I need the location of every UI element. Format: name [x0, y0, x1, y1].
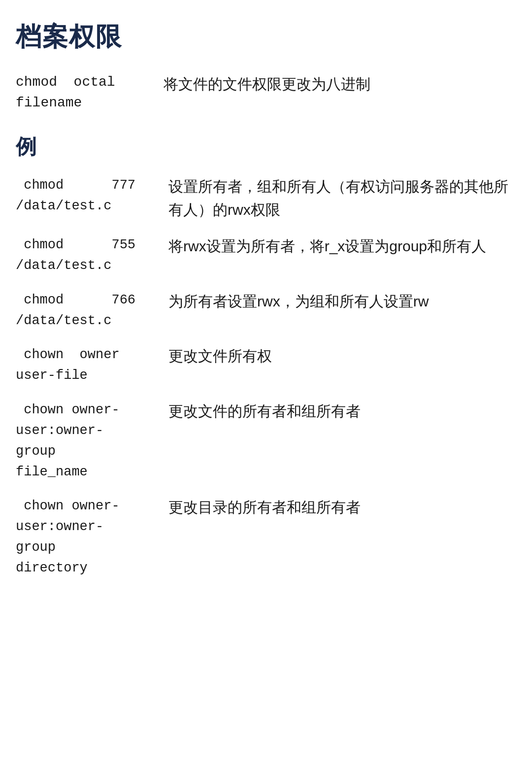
table-row: chmod 766 /data/test.c为所有者设置rwx，为组和所有人设置…	[16, 290, 516, 332]
description-cell: 更改目录的所有者和组所有者	[168, 496, 516, 519]
description-cell: 将rwx设置为所有者，将r_x设置为group和所有人	[168, 235, 516, 258]
description-cell: 更改文件所有权	[168, 345, 516, 368]
description-cell: 为所有者设置rwx，为组和所有人设置rw	[168, 290, 516, 313]
command-cell: chown owner- user:owner- group file_name	[16, 400, 168, 482]
intro-command-text: chmod octal filename	[16, 72, 164, 113]
table-row: chmod 755 /data/test.c将rwx设置为所有者，将r_x设置为…	[16, 235, 516, 276]
description-cell: 更改文件的所有者和组所有者	[168, 400, 516, 423]
command-cell: chmod 766 /data/test.c	[16, 290, 168, 332]
command-cell: chown owner user-file	[16, 345, 168, 386]
table-row: chmod 777 /data/test.c设置所有者，组和所有人（有权访问服务…	[16, 175, 516, 221]
entries-list: chmod 777 /data/test.c设置所有者，组和所有人（有权访问服务…	[16, 175, 516, 579]
command-cell: chmod 777 /data/test.c	[16, 175, 168, 217]
table-row: chown owner user-file更改文件所有权	[16, 345, 516, 386]
table-row: chown owner- user:owner- group file_name…	[16, 400, 516, 482]
page-title: 档案权限	[16, 20, 516, 54]
command-cell: chown owner- user:owner- group directory	[16, 496, 168, 578]
intro-command-block: chmod octal filename 将文件的文件权限更改为八进制	[16, 72, 516, 113]
description-cell: 设置所有者，组和所有人（有权访问服务器的其他所有人）的rwx权限	[168, 175, 516, 221]
command-cell: chmod 755 /data/test.c	[16, 235, 168, 276]
section-example-title: 例	[16, 133, 516, 161]
table-row: chown owner- user:owner- group directory…	[16, 496, 516, 578]
intro-description: 将文件的文件权限更改为八进制	[164, 72, 516, 96]
